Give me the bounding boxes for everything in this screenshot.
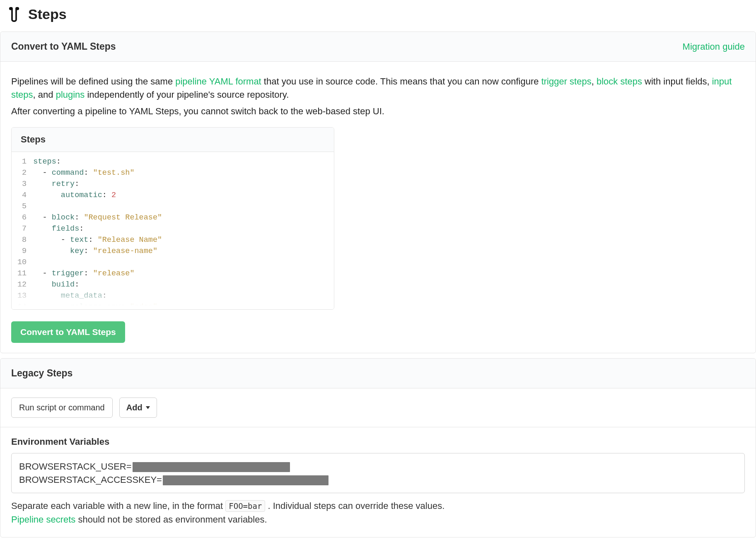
- code-gutter: 1 2 3 4 5 6 7 8 9 10 11 12 13 14: [12, 152, 31, 309]
- add-step-label: Add: [126, 403, 143, 412]
- convert-button[interactable]: Convert to YAML Steps: [11, 321, 125, 343]
- env-vars-section: Environment Variables BROWSERSTACK_USER=…: [0, 427, 756, 537]
- text: should not be stored as environment vari…: [75, 514, 267, 525]
- plugins-link[interactable]: plugins: [56, 89, 85, 100]
- text: ,: [592, 76, 597, 87]
- text: . Individual steps can override these va…: [268, 501, 445, 511]
- env-hint: Separate each variable with a new line, …: [11, 499, 745, 526]
- warning-text: After converting a pipeline to YAML Step…: [11, 105, 745, 118]
- env-var-line: BROWSERSTACK_ACCESSKEY=: [19, 473, 737, 487]
- legacy-panel: Legacy Steps Run script or command Add E…: [0, 358, 756, 538]
- yaml-code-area: 1 2 3 4 5 6 7 8 9 10 11 12 13 14 steps: …: [12, 152, 334, 309]
- convert-panel-title: Convert to YAML Steps: [11, 41, 116, 52]
- pipeline-yaml-link[interactable]: pipeline YAML format: [175, 76, 261, 87]
- legacy-step-label: Run script or command: [19, 403, 105, 412]
- env-format-code: FOO=bar: [225, 500, 265, 512]
- steps-icon: [6, 6, 22, 22]
- block-steps-link[interactable]: block steps: [597, 76, 642, 87]
- redacted-value: [163, 475, 328, 485]
- legacy-panel-header: Legacy Steps: [0, 359, 756, 388]
- text: , and: [33, 89, 56, 100]
- env-var-name: BROWSERSTACK_ACCESSKEY=: [19, 475, 162, 485]
- yaml-preview-title: Steps: [12, 128, 334, 152]
- env-vars-input[interactable]: BROWSERSTACK_USER= BROWSERSTACK_ACCESSKE…: [11, 453, 745, 494]
- text: with input fields,: [642, 76, 712, 87]
- yaml-preview-panel: Steps 1 2 3 4 5 6 7 8 9 10 11 12 13 14 s…: [11, 127, 334, 310]
- pipeline-secrets-link[interactable]: Pipeline secrets: [11, 514, 75, 525]
- text: that you use in source code. This means …: [261, 76, 541, 87]
- chevron-down-icon: [146, 406, 150, 409]
- trigger-steps-link[interactable]: trigger steps: [541, 76, 592, 87]
- env-vars-title: Environment Variables: [11, 436, 745, 447]
- add-step-button[interactable]: Add: [119, 398, 157, 418]
- intro-paragraph: Pipelines will be defined using the same…: [11, 75, 745, 101]
- page-header: Steps: [0, 0, 756, 27]
- page-title: Steps: [28, 6, 67, 22]
- legacy-steps-row: Run script or command Add: [0, 388, 756, 427]
- convert-panel-header: Convert to YAML Steps Migration guide: [0, 32, 756, 62]
- svg-point-0: [9, 7, 12, 10]
- migration-guide-link[interactable]: Migration guide: [683, 41, 745, 52]
- env-var-name: BROWSERSTACK_USER=: [19, 461, 132, 472]
- legacy-step-chip[interactable]: Run script or command: [11, 398, 113, 418]
- legacy-panel-title: Legacy Steps: [11, 368, 72, 379]
- text: Pipelines will be defined using the same: [11, 76, 175, 87]
- text: independently of your pipeline's source …: [85, 89, 289, 100]
- env-var-line: BROWSERSTACK_USER=: [19, 460, 737, 473]
- svg-point-1: [16, 7, 19, 10]
- redacted-value: [133, 462, 290, 472]
- text: Separate each variable with a new line, …: [11, 501, 225, 511]
- convert-panel: Convert to YAML Steps Migration guide Pi…: [0, 31, 756, 353]
- code-lines: steps: - command: "test.sh" retry: autom…: [31, 152, 334, 309]
